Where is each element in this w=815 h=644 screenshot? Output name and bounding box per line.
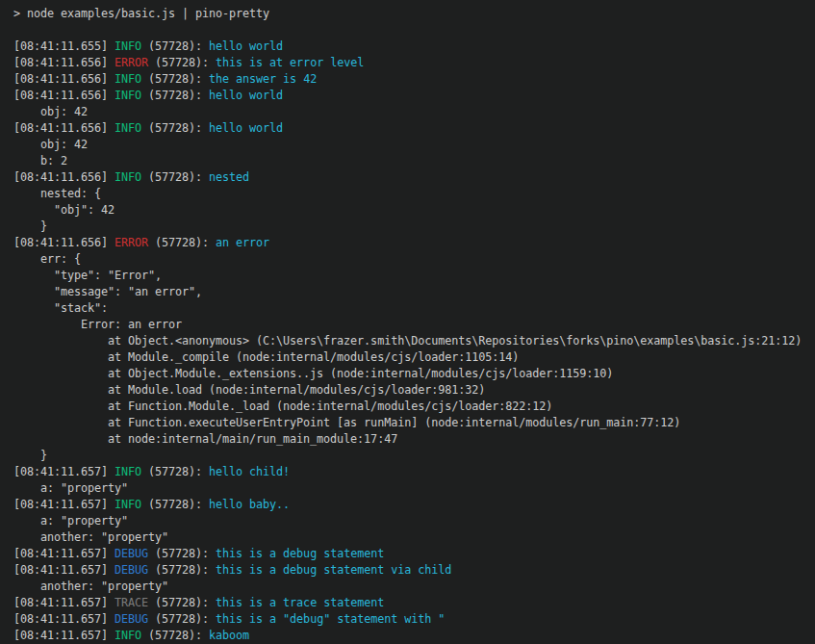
terminal-line: Error: an error [13, 317, 815, 333]
terminal-text-segment: "message": "an error", [13, 285, 202, 298]
terminal-line: obj: 42 [13, 137, 815, 153]
terminal-line: nested: { [13, 186, 815, 202]
terminal-text-segment: [08:41:11.657] [13, 547, 115, 560]
terminal-line: [08:41:11.656] INFO (57728): hello world [13, 88, 815, 104]
terminal-text-segment: INFO [115, 39, 141, 53]
terminal-text-segment: (57728): [141, 170, 209, 184]
terminal-text-segment: this is a "debug" statement with " [216, 612, 445, 626]
terminal-line: [08:41:11.656] ERROR (57728): this is at… [13, 55, 815, 71]
terminal-line: "obj": 42 [13, 202, 815, 219]
terminal-text-segment: [08:41:11.656] [13, 72, 115, 86]
terminal-text-segment: } [13, 449, 47, 462]
terminal-line: [08:41:11.656] INFO (57728): nested [13, 169, 815, 186]
terminal-text-segment: "type": "Error", [13, 269, 162, 282]
terminal-text-segment: hello world [209, 121, 283, 135]
terminal-text-segment: INFO [115, 498, 141, 511]
terminal-text-segment: INFO [115, 72, 141, 86]
terminal-text-segment: at Object.Module._extensions..js (node:i… [13, 367, 613, 380]
terminal-text-segment: INFO [115, 170, 141, 184]
terminal-text-segment: } [13, 219, 47, 233]
terminal-line: a: "property" [13, 513, 815, 529]
terminal-line: [08:41:11.656] INFO (57728): hello world [13, 120, 815, 137]
terminal-line: [08:41:11.657] INFO (57728): kaboom [13, 628, 815, 644]
terminal-text-segment: the answer is 42 [209, 72, 317, 86]
terminal-text-segment: a: "property" [13, 481, 128, 495]
terminal-text-segment: Error: an error [13, 318, 182, 331]
terminal-text-segment: ERROR [115, 56, 148, 69]
terminal-text-segment: [08:41:11.656] [13, 56, 115, 69]
terminal-line: b: 2 [13, 153, 815, 169]
terminal-text-segment: hello baby.. [209, 498, 290, 511]
terminal-text-segment: b: 2 [13, 154, 67, 167]
terminal-text-segment: this is a trace statement [216, 596, 384, 609]
terminal-line: [08:41:11.657] DEBUG (57728): this is a … [13, 611, 815, 628]
terminal-text-segment: at Function.executeUserEntryPoint [as ru… [13, 416, 680, 429]
terminal-text-segment: [08:41:11.657] [13, 498, 115, 511]
terminal-text-segment: at node:internal/main/run_main_module:17… [13, 432, 397, 446]
terminal-text-segment: obj: 42 [13, 138, 88, 151]
terminal-text-segment: (57728): [148, 596, 216, 609]
terminal-text-segment: [08:41:11.657] [13, 629, 115, 642]
terminal-text-segment: INFO [115, 121, 141, 135]
terminal-text-segment: obj: 42 [13, 105, 88, 118]
terminal-text-segment: (57728): [148, 612, 216, 626]
terminal-text-segment: (57728): [141, 465, 209, 478]
terminal-text-segment: an error [216, 236, 269, 249]
terminal-text-segment: at Object.<anonymous> (C:\Users\frazer.s… [13, 334, 802, 348]
terminal-line [13, 22, 815, 39]
terminal-text-segment: DEBUG [115, 547, 148, 560]
terminal-text-segment: at Function.Module._load (node:internal/… [13, 399, 552, 413]
terminal-line: "type": "Error", [13, 268, 815, 284]
terminal-line: [08:41:11.656] ERROR (57728): an error [13, 235, 815, 251]
terminal-text-segment: (57728): [148, 547, 216, 560]
terminal-line: err: { [13, 251, 815, 268]
terminal-text-segment: (57728): [141, 629, 209, 642]
terminal-text-segment: "stack": [13, 301, 108, 315]
terminal-text-segment: this is at error level [216, 56, 364, 69]
terminal-text-segment: (57728): [141, 89, 209, 102]
terminal-text-segment: [08:41:11.656] [13, 121, 115, 135]
terminal-line: obj: 42 [13, 104, 815, 120]
terminal-line: "message": "an error", [13, 284, 815, 300]
terminal-text-segment: > node examples/basic.js | pino-pretty [13, 7, 269, 20]
terminal-text-segment: hello world [209, 39, 283, 53]
terminal-line: [08:41:11.657] INFO (57728): hello child… [13, 464, 815, 480]
terminal-text-segment: kaboom [209, 629, 249, 642]
terminal-line: at Function.Module._load (node:internal/… [13, 399, 815, 415]
terminal-line: at Module.load (node:internal/modules/cj… [13, 382, 815, 399]
terminal-line: [08:41:11.657] INFO (57728): hello baby.… [13, 497, 815, 513]
terminal-text-segment: a: "property" [13, 514, 128, 528]
terminal-text-segment: nested: { [13, 187, 101, 200]
terminal-line: [08:41:11.657] DEBUG (57728): this is a … [13, 562, 815, 579]
terminal-line: at node:internal/main/run_main_module:17… [13, 431, 815, 448]
terminal-line: at Object.<anonymous> (C:\Users\frazer.s… [13, 333, 815, 349]
terminal-text-segment: (57728): [148, 236, 216, 249]
terminal-output[interactable]: > node examples/basic.js | pino-pretty [… [0, 0, 815, 644]
terminal-line: another: "property" [13, 579, 815, 595]
terminal-line: [08:41:11.657] TRACE (57728): this is a … [13, 595, 815, 611]
terminal-line: a: "property" [13, 480, 815, 497]
terminal-text-segment: ERROR [115, 236, 148, 249]
terminal-line: } [13, 219, 815, 235]
terminal-text-segment: (57728): [141, 72, 209, 86]
terminal-text-segment: [08:41:11.657] [13, 612, 115, 626]
terminal-text-segment: [08:41:11.657] [13, 596, 115, 609]
terminal-text-segment: INFO [115, 465, 141, 478]
terminal-text-segment: (57728): [148, 563, 216, 577]
terminal-line: at Module._compile (node:internal/module… [13, 349, 815, 366]
terminal-line: "stack": [13, 300, 815, 317]
terminal-text-segment: (57728): [141, 39, 209, 53]
terminal-text-segment: INFO [115, 629, 141, 642]
terminal-text-segment: another: "property" [13, 530, 168, 544]
terminal-line: [08:41:11.656] INFO (57728): the answer … [13, 71, 815, 88]
terminal-text-segment: this is a debug statement [216, 547, 384, 560]
terminal-text-segment: at Module.load (node:internal/modules/cj… [13, 383, 485, 397]
terminal-text-segment: [08:41:11.657] [13, 563, 115, 577]
terminal-text-segment: [08:41:11.656] [13, 89, 115, 102]
terminal-text-segment: at Module._compile (node:internal/module… [13, 350, 519, 364]
terminal-text-segment: hello child! [209, 465, 290, 478]
terminal-line: } [13, 448, 815, 464]
terminal-text-segment: DEBUG [115, 612, 148, 626]
terminal-text-segment: (57728): [141, 498, 209, 511]
terminal-text-segment: [08:41:11.655] [13, 39, 115, 53]
